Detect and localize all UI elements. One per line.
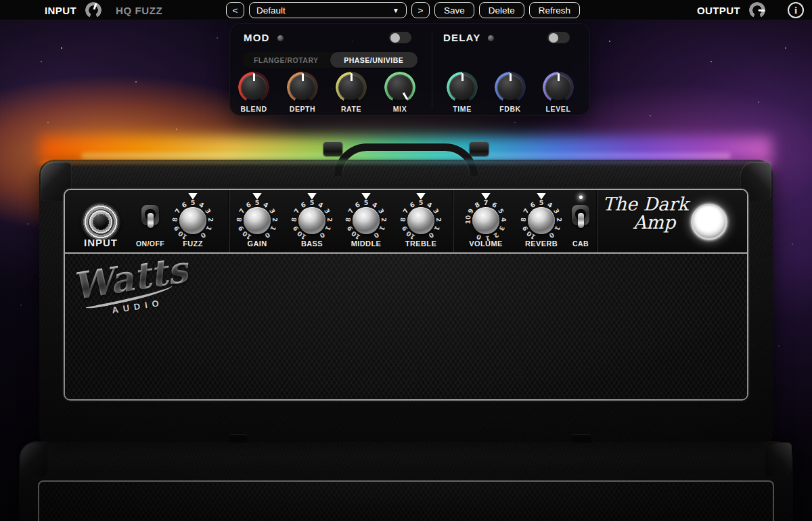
bass-knob[interactable]: 012345678910 bbox=[290, 199, 334, 242]
plugin-window: INPUT HQ FUZZ < Default ▼ > Save Delete … bbox=[0, 0, 812, 521]
corner-protector bbox=[20, 443, 47, 476]
amp-model-name: The Dark Amp bbox=[598, 194, 693, 233]
delay-section-title: DELAY bbox=[443, 32, 480, 43]
knob-scale-number: 10 bbox=[462, 214, 474, 225]
fuzz-knob-label: FUZZ bbox=[164, 240, 221, 248]
preset-controls: < Default ▼ > Save Delete Refresh bbox=[226, 2, 580, 18]
previous-preset-button[interactable]: < bbox=[226, 2, 244, 18]
power-led bbox=[149, 196, 152, 199]
amp-grille: Watts AUDIO bbox=[65, 254, 747, 399]
switch-lever bbox=[148, 213, 154, 228]
gain-knob[interactable]: 012345678910 bbox=[235, 199, 279, 242]
switch-lever bbox=[578, 213, 584, 228]
corner-protector bbox=[765, 443, 792, 476]
dropdown-arrow-icon: ▼ bbox=[392, 7, 399, 14]
plugin-name: HQ FUZZ bbox=[116, 5, 162, 16]
knob-indicator-icon bbox=[558, 73, 560, 87]
knob-cap bbox=[407, 207, 434, 234]
knob-cap bbox=[528, 207, 555, 234]
mod-mode-tabs: FLANGE/ROTARY PHASE/UNIVIBE bbox=[242, 52, 418, 68]
input-jack-label: INPUT bbox=[72, 237, 129, 248]
mod-enable-toggle[interactable] bbox=[389, 32, 411, 43]
knob-indicator-icon bbox=[253, 73, 255, 87]
mini-knob-icon bbox=[277, 35, 284, 41]
middle-knob[interactable]: 012345678910 bbox=[344, 199, 388, 242]
tab-flange-rotary[interactable]: FLANGE/ROTARY bbox=[242, 52, 330, 68]
mod-section-title: MOD bbox=[244, 32, 270, 43]
knob-indicator-icon bbox=[461, 73, 464, 87]
rate-knob[interactable] bbox=[336, 72, 367, 103]
brand-logo: Watts AUDIO bbox=[70, 248, 205, 321]
preset-value: Default bbox=[256, 5, 286, 16]
knob-ring-icon bbox=[85, 2, 102, 18]
delete-button[interactable]: Delete bbox=[479, 2, 524, 18]
output-gain-knob[interactable] bbox=[748, 1, 766, 19]
fuzz-knob[interactable]: 012345678910 bbox=[171, 199, 215, 242]
depth-knob[interactable] bbox=[287, 72, 318, 103]
toolbar: INPUT HQ FUZZ < Default ▼ > Save Delete … bbox=[0, 0, 812, 20]
toggle-thumb bbox=[549, 33, 558, 43]
toolbar-left: INPUT HQ FUZZ bbox=[45, 0, 162, 20]
control-panel: INPUT ON/OFF 012345678910 FUZZ bbox=[65, 190, 747, 254]
knob-cap bbox=[298, 207, 325, 234]
info-icon[interactable]: i bbox=[788, 2, 804, 18]
input-jack bbox=[81, 202, 120, 242]
depth-knob-label: DEPTH bbox=[278, 105, 327, 113]
save-button[interactable]: Save bbox=[434, 2, 474, 18]
fx-panel: MOD FLANGE/ROTARY PHASE/UNIVIBE BLEND DE… bbox=[229, 23, 590, 116]
fdbk-knob-label: FDBK bbox=[486, 105, 535, 113]
treble-knob-label: TREBLE bbox=[392, 240, 449, 248]
reverb-knob[interactable]: 012345678910 bbox=[520, 199, 563, 242]
time-knob[interactable] bbox=[447, 72, 478, 103]
knob-cap bbox=[353, 207, 380, 234]
volume-knob-label: VOLUME bbox=[457, 240, 514, 248]
level-knob-label: LEVEL bbox=[534, 105, 583, 113]
level-knob[interactable] bbox=[543, 72, 574, 103]
mini-knob-icon bbox=[488, 35, 494, 41]
refresh-button[interactable]: Refresh bbox=[529, 2, 580, 18]
toolbar-right: OUTPUT i bbox=[697, 0, 804, 20]
cabinet-grille bbox=[38, 480, 774, 521]
cab-switch[interactable] bbox=[570, 200, 591, 235]
tab-phase-univibe[interactable]: PHASE/UNIVIBE bbox=[330, 52, 418, 68]
amp-top-reflection bbox=[39, 160, 773, 164]
gain-knob-label: GAIN bbox=[229, 240, 286, 248]
preset-dropdown[interactable]: Default ▼ bbox=[249, 2, 407, 18]
cab-led bbox=[579, 196, 583, 199]
knob-indicator-icon bbox=[510, 73, 512, 87]
input-gain-label: INPUT bbox=[45, 5, 76, 16]
mix-knob[interactable] bbox=[384, 72, 415, 103]
rate-knob-label: RATE bbox=[327, 105, 376, 113]
next-preset-button[interactable]: > bbox=[411, 2, 430, 18]
knob-indicator-icon bbox=[351, 73, 353, 87]
fx-panel-divider bbox=[432, 30, 432, 108]
blend-knob[interactable] bbox=[238, 72, 269, 103]
panel-divider bbox=[452, 190, 454, 252]
knob-indicator-icon bbox=[302, 73, 304, 87]
handle-bracket bbox=[323, 142, 342, 156]
speaker-cabinet bbox=[19, 441, 793, 521]
middle-knob-label: MIDDLE bbox=[338, 240, 394, 248]
knob-cap bbox=[244, 207, 271, 234]
knob-cap bbox=[472, 207, 499, 234]
amp-foot bbox=[572, 434, 591, 443]
amp-front-frame: INPUT ON/OFF 012345678910 FUZZ bbox=[64, 189, 748, 401]
delay-enable-toggle[interactable] bbox=[547, 32, 570, 43]
cab-switch-label: CAB bbox=[552, 240, 609, 248]
amp-head: INPUT ON/OFF 012345678910 FUZZ bbox=[39, 160, 773, 442]
model-line-2: Amp bbox=[598, 212, 693, 233]
time-knob-label: TIME bbox=[438, 105, 487, 113]
toggle-thumb bbox=[390, 33, 400, 43]
power-switch[interactable] bbox=[140, 200, 160, 235]
mix-knob-label: MIX bbox=[376, 105, 424, 113]
amp-foot bbox=[229, 434, 248, 443]
power-lamp bbox=[691, 204, 727, 240]
input-gain-knob[interactable] bbox=[85, 1, 102, 19]
bass-knob-label: BASS bbox=[284, 240, 340, 248]
fdbk-knob[interactable] bbox=[495, 72, 526, 103]
stars bbox=[0, 20, 1, 22]
treble-knob[interactable]: 012345678910 bbox=[399, 199, 443, 242]
output-gain-label: OUTPUT bbox=[697, 5, 740, 16]
blend-knob-label: BLEND bbox=[229, 105, 278, 113]
volume-knob[interactable]: 012345678910 bbox=[464, 199, 508, 242]
